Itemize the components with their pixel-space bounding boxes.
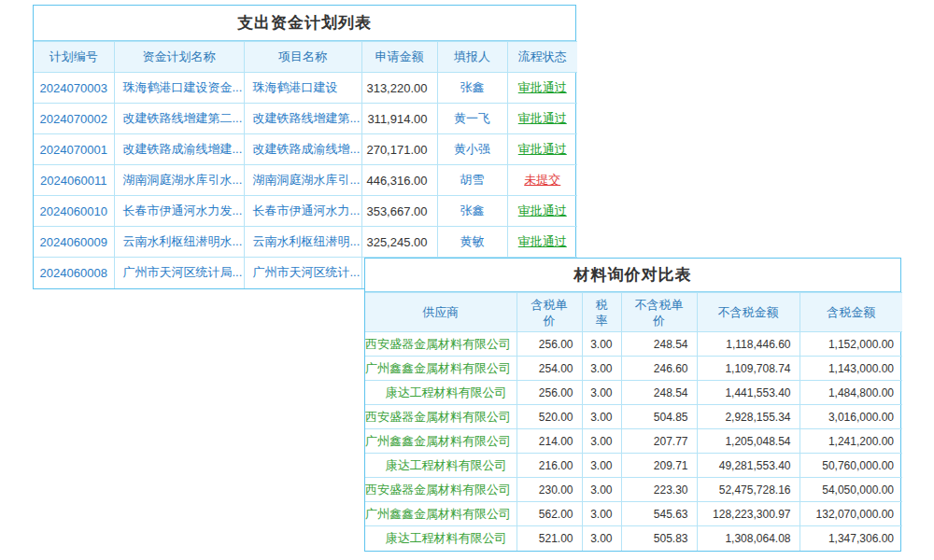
table-row: 2024070003珠海鹤港口建设资金...珠海鹤港口建设313,220.00张… [34,73,577,104]
plan-id-cell[interactable]: 2024070002 [34,104,114,134]
column-header-price-without-tax: 不含税单价 [621,293,697,332]
project-name-cell[interactable]: 云南水利枢纽潜明... [244,227,361,258]
table-row: 康达工程材料有限公司521.003.00505.831,308,064.081,… [365,526,902,551]
flow-status-cell[interactable]: 审批通过 [507,134,577,165]
price-without-tax-cell: 504.85 [621,405,697,429]
fund-plan-name-cell[interactable]: 长春市伊通河水力发... [114,196,244,227]
flow-status-cell[interactable]: 审批通过 [507,196,577,227]
plan-id-cell[interactable]: 2024060008 [34,258,114,288]
plan-id-cell[interactable]: 2024070003 [34,73,114,104]
amount-with-tax-cell: 1,152,000.00 [800,332,902,357]
price-without-tax-cell: 246.60 [621,357,697,381]
supplier-cell: 康达工程材料有限公司 [365,526,517,551]
price-without-tax-cell: 545.63 [621,502,697,526]
fund-plan-name-cell[interactable]: 云南水利枢纽潜明水... [114,227,244,258]
plan-id-cell[interactable]: 2024060011 [34,165,114,196]
apply-amount-cell: 311,914.00 [361,104,437,134]
apply-amount-cell: 446,316.00 [361,165,437,196]
project-name-cell[interactable]: 广州市天河区统计... [244,258,361,288]
price-with-tax-cell: 521.00 [517,526,582,551]
plan-table-header-row: 计划编号 资金计划名称 项目名称 申请金额 填报人 流程状态 [34,42,577,73]
amount-with-tax-cell: 3,016,000.00 [800,405,902,429]
price-with-tax-cell: 254.00 [517,357,582,381]
supplier-cell: 西安盛器金属材料有限公司 [365,405,517,429]
amount-without-tax-cell: 128,223,300.97 [697,502,800,526]
quote-table: 供应商 含税单价 税率 不含税单价 不含税金额 含税金额 西安盛器金属材料有限公… [365,292,902,551]
flow-status-cell[interactable]: 审批通过 [507,227,577,258]
tax-rate-cell: 3.00 [582,454,621,478]
tax-rate-cell: 3.00 [582,429,621,454]
quote-compare-title: 材料询价对比表 [365,259,900,292]
amount-without-tax-cell: 49,281,553.40 [697,454,800,478]
project-name-cell[interactable]: 湖南洞庭湖水库引... [244,165,361,196]
amount-with-tax-cell: 54,050,000.00 [800,478,902,502]
price-with-tax-cell: 520.00 [517,405,582,429]
filler-cell: 张鑫 [437,196,507,227]
amount-without-tax-cell: 1,308,064.08 [697,526,800,551]
table-row: 2024060010长春市伊通河水力发...长春市伊通河水力...353,667… [34,196,577,227]
fund-plan-name-cell[interactable]: 改建铁路线增建第二... [114,104,244,134]
amount-without-tax-cell: 2,928,155.34 [697,405,800,429]
amount-without-tax-cell: 1,205,048.54 [697,429,800,454]
price-with-tax-cell: 256.00 [517,381,582,405]
fund-plan-name-cell[interactable]: 广州市天河区统计局... [114,258,244,288]
column-header-price-with-tax: 含税单价 [517,293,582,332]
column-header-supplier: 供应商 [365,293,517,332]
supplier-cell: 广州鑫鑫金属材料有限公司 [365,429,517,454]
table-row: 广州鑫鑫金属材料有限公司562.003.00545.63128,223,300.… [365,502,902,526]
flow-status-cell[interactable]: 审批通过 [507,104,577,134]
filler-cell: 胡雪 [437,165,507,196]
table-row: 康达工程材料有限公司256.003.00248.541,441,553.401,… [365,381,902,405]
table-row: 2024060011湖南洞庭湖水库引水...湖南洞庭湖水库引...446,316… [34,165,577,196]
plan-list-title: 支出资金计划列表 [34,6,575,41]
supplier-cell: 康达工程材料有限公司 [365,381,517,405]
price-with-tax-cell: 214.00 [517,429,582,454]
price-without-tax-cell: 248.54 [621,381,697,405]
project-name-cell[interactable]: 长春市伊通河水力... [244,196,361,227]
filler-cell: 黄小强 [437,134,507,165]
tax-rate-cell: 3.00 [582,332,621,357]
price-without-tax-cell: 223.30 [621,478,697,502]
price-with-tax-cell: 256.00 [517,332,582,357]
apply-amount-cell: 270,171.00 [361,134,437,165]
column-header-tax-rate: 税率 [582,293,621,332]
price-with-tax-cell: 216.00 [517,454,582,478]
plan-table: 计划编号 资金计划名称 项目名称 申请金额 填报人 流程状态 202407000… [34,41,577,288]
apply-amount-cell: 325,245.00 [361,227,437,258]
apply-amount-cell: 353,667.00 [361,196,437,227]
plan-table-body: 2024070003珠海鹤港口建设资金...珠海鹤港口建设313,220.00张… [34,73,577,288]
project-name-cell[interactable]: 珠海鹤港口建设 [244,73,361,104]
column-header-filler: 填报人 [437,42,507,73]
supplier-cell: 广州鑫鑫金属材料有限公司 [365,502,517,526]
amount-without-tax-cell: 1,109,708.74 [697,357,800,381]
tax-rate-cell: 3.00 [582,526,621,551]
amount-with-tax-cell: 132,070,000.00 [800,502,902,526]
apply-amount-cell: 313,220.00 [361,73,437,104]
tax-rate-cell: 3.00 [582,357,621,381]
column-header-amount-without-tax: 不含税金额 [697,293,800,332]
column-header-project-name: 项目名称 [244,42,361,73]
project-name-cell[interactable]: 改建铁路线增建第... [244,104,361,134]
price-with-tax-cell: 562.00 [517,502,582,526]
fund-plan-name-cell[interactable]: 珠海鹤港口建设资金... [114,73,244,104]
price-without-tax-cell: 505.83 [621,526,697,551]
quote-compare-panel: 材料询价对比表 供应商 含税单价 税率 不含税单价 不含税金额 含税金额 西安盛… [364,258,901,552]
flow-status-cell[interactable]: 审批通过 [507,73,577,104]
tax-rate-cell: 3.00 [582,478,621,502]
table-row: 2024070001改建铁路成渝线增建...改建铁路成渝线增...270,171… [34,134,577,165]
column-header-fund-plan-name: 资金计划名称 [114,42,244,73]
filler-cell: 黄一飞 [437,104,507,134]
plan-list-panel: 支出资金计划列表 计划编号 资金计划名称 项目名称 申请金额 填报人 流程状态 … [33,5,576,289]
table-row: 西安盛器金属材料有限公司230.003.00223.3052,475,728.1… [365,478,902,502]
flow-status-cell[interactable]: 未提交 [507,165,577,196]
plan-id-cell[interactable]: 2024070001 [34,134,114,165]
project-name-cell[interactable]: 改建铁路成渝线增... [244,134,361,165]
amount-without-tax-cell: 52,475,728.16 [697,478,800,502]
fund-plan-name-cell[interactable]: 湖南洞庭湖水库引水... [114,165,244,196]
plan-id-cell[interactable]: 2024060010 [34,196,114,227]
plan-id-cell[interactable]: 2024060009 [34,227,114,258]
fund-plan-name-cell[interactable]: 改建铁路成渝线增建... [114,134,244,165]
price-with-tax-cell: 230.00 [517,478,582,502]
supplier-cell: 康达工程材料有限公司 [365,454,517,478]
table-row: 广州鑫鑫金属材料有限公司254.003.00246.601,109,708.74… [365,357,902,381]
